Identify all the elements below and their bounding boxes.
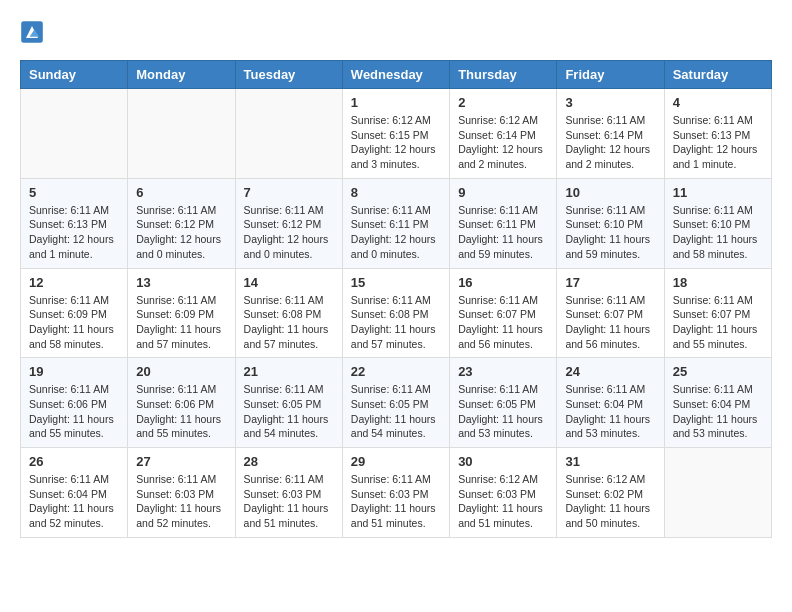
calendar-cell: 6Sunrise: 6:11 AM Sunset: 6:12 PM Daylig… bbox=[128, 178, 235, 268]
weekday-header-wednesday: Wednesday bbox=[342, 61, 449, 89]
day-number: 4 bbox=[673, 95, 763, 110]
day-number: 24 bbox=[565, 364, 655, 379]
day-number: 21 bbox=[244, 364, 334, 379]
weekday-header-thursday: Thursday bbox=[450, 61, 557, 89]
calendar-cell: 2Sunrise: 6:12 AM Sunset: 6:14 PM Daylig… bbox=[450, 89, 557, 179]
calendar-cell: 26Sunrise: 6:11 AM Sunset: 6:04 PM Dayli… bbox=[21, 448, 128, 538]
day-info: Sunrise: 6:12 AM Sunset: 6:02 PM Dayligh… bbox=[565, 472, 655, 531]
day-info: Sunrise: 6:11 AM Sunset: 6:09 PM Dayligh… bbox=[29, 293, 119, 352]
calendar-cell bbox=[21, 89, 128, 179]
calendar-week-row: 1Sunrise: 6:12 AM Sunset: 6:15 PM Daylig… bbox=[21, 89, 772, 179]
day-number: 15 bbox=[351, 275, 441, 290]
day-info: Sunrise: 6:11 AM Sunset: 6:12 PM Dayligh… bbox=[136, 203, 226, 262]
calendar-cell: 7Sunrise: 6:11 AM Sunset: 6:12 PM Daylig… bbox=[235, 178, 342, 268]
day-info: Sunrise: 6:11 AM Sunset: 6:03 PM Dayligh… bbox=[136, 472, 226, 531]
day-number: 16 bbox=[458, 275, 548, 290]
day-info: Sunrise: 6:11 AM Sunset: 6:05 PM Dayligh… bbox=[458, 382, 548, 441]
day-info: Sunrise: 6:11 AM Sunset: 6:14 PM Dayligh… bbox=[565, 113, 655, 172]
calendar-cell: 14Sunrise: 6:11 AM Sunset: 6:08 PM Dayli… bbox=[235, 268, 342, 358]
day-number: 8 bbox=[351, 185, 441, 200]
weekday-header-tuesday: Tuesday bbox=[235, 61, 342, 89]
calendar-cell: 23Sunrise: 6:11 AM Sunset: 6:05 PM Dayli… bbox=[450, 358, 557, 448]
calendar-cell: 30Sunrise: 6:12 AM Sunset: 6:03 PM Dayli… bbox=[450, 448, 557, 538]
day-number: 20 bbox=[136, 364, 226, 379]
day-number: 30 bbox=[458, 454, 548, 469]
calendar-cell: 11Sunrise: 6:11 AM Sunset: 6:10 PM Dayli… bbox=[664, 178, 771, 268]
day-info: Sunrise: 6:11 AM Sunset: 6:09 PM Dayligh… bbox=[136, 293, 226, 352]
calendar-table: SundayMondayTuesdayWednesdayThursdayFrid… bbox=[20, 60, 772, 538]
day-number: 11 bbox=[673, 185, 763, 200]
day-number: 12 bbox=[29, 275, 119, 290]
logo-icon bbox=[20, 20, 44, 44]
day-info: Sunrise: 6:11 AM Sunset: 6:07 PM Dayligh… bbox=[673, 293, 763, 352]
day-info: Sunrise: 6:11 AM Sunset: 6:04 PM Dayligh… bbox=[565, 382, 655, 441]
day-number: 6 bbox=[136, 185, 226, 200]
day-number: 25 bbox=[673, 364, 763, 379]
day-info: Sunrise: 6:11 AM Sunset: 6:08 PM Dayligh… bbox=[244, 293, 334, 352]
weekday-header-monday: Monday bbox=[128, 61, 235, 89]
day-number: 2 bbox=[458, 95, 548, 110]
day-info: Sunrise: 6:11 AM Sunset: 6:07 PM Dayligh… bbox=[565, 293, 655, 352]
day-info: Sunrise: 6:11 AM Sunset: 6:05 PM Dayligh… bbox=[351, 382, 441, 441]
calendar-cell: 3Sunrise: 6:11 AM Sunset: 6:14 PM Daylig… bbox=[557, 89, 664, 179]
day-number: 7 bbox=[244, 185, 334, 200]
day-number: 5 bbox=[29, 185, 119, 200]
day-number: 31 bbox=[565, 454, 655, 469]
day-info: Sunrise: 6:12 AM Sunset: 6:15 PM Dayligh… bbox=[351, 113, 441, 172]
day-number: 9 bbox=[458, 185, 548, 200]
day-number: 17 bbox=[565, 275, 655, 290]
calendar-cell bbox=[128, 89, 235, 179]
logo bbox=[20, 20, 48, 44]
day-number: 18 bbox=[673, 275, 763, 290]
day-number: 1 bbox=[351, 95, 441, 110]
calendar-cell: 17Sunrise: 6:11 AM Sunset: 6:07 PM Dayli… bbox=[557, 268, 664, 358]
calendar-cell: 1Sunrise: 6:12 AM Sunset: 6:15 PM Daylig… bbox=[342, 89, 449, 179]
day-info: Sunrise: 6:11 AM Sunset: 6:04 PM Dayligh… bbox=[673, 382, 763, 441]
calendar-cell: 22Sunrise: 6:11 AM Sunset: 6:05 PM Dayli… bbox=[342, 358, 449, 448]
weekday-header-friday: Friday bbox=[557, 61, 664, 89]
calendar-cell: 20Sunrise: 6:11 AM Sunset: 6:06 PM Dayli… bbox=[128, 358, 235, 448]
day-number: 13 bbox=[136, 275, 226, 290]
day-info: Sunrise: 6:11 AM Sunset: 6:11 PM Dayligh… bbox=[351, 203, 441, 262]
calendar-cell: 10Sunrise: 6:11 AM Sunset: 6:10 PM Dayli… bbox=[557, 178, 664, 268]
day-info: Sunrise: 6:11 AM Sunset: 6:05 PM Dayligh… bbox=[244, 382, 334, 441]
calendar-cell: 16Sunrise: 6:11 AM Sunset: 6:07 PM Dayli… bbox=[450, 268, 557, 358]
calendar-cell: 15Sunrise: 6:11 AM Sunset: 6:08 PM Dayli… bbox=[342, 268, 449, 358]
day-number: 26 bbox=[29, 454, 119, 469]
calendar-cell bbox=[664, 448, 771, 538]
calendar-cell: 18Sunrise: 6:11 AM Sunset: 6:07 PM Dayli… bbox=[664, 268, 771, 358]
page-header bbox=[20, 20, 772, 44]
calendar-week-row: 5Sunrise: 6:11 AM Sunset: 6:13 PM Daylig… bbox=[21, 178, 772, 268]
calendar-cell bbox=[235, 89, 342, 179]
weekday-header-saturday: Saturday bbox=[664, 61, 771, 89]
weekday-header-sunday: Sunday bbox=[21, 61, 128, 89]
day-info: Sunrise: 6:11 AM Sunset: 6:07 PM Dayligh… bbox=[458, 293, 548, 352]
day-number: 27 bbox=[136, 454, 226, 469]
calendar-cell: 27Sunrise: 6:11 AM Sunset: 6:03 PM Dayli… bbox=[128, 448, 235, 538]
calendar-cell: 12Sunrise: 6:11 AM Sunset: 6:09 PM Dayli… bbox=[21, 268, 128, 358]
day-info: Sunrise: 6:11 AM Sunset: 6:10 PM Dayligh… bbox=[673, 203, 763, 262]
day-info: Sunrise: 6:12 AM Sunset: 6:03 PM Dayligh… bbox=[458, 472, 548, 531]
weekday-header-row: SundayMondayTuesdayWednesdayThursdayFrid… bbox=[21, 61, 772, 89]
day-info: Sunrise: 6:12 AM Sunset: 6:14 PM Dayligh… bbox=[458, 113, 548, 172]
calendar-cell: 5Sunrise: 6:11 AM Sunset: 6:13 PM Daylig… bbox=[21, 178, 128, 268]
calendar-week-row: 12Sunrise: 6:11 AM Sunset: 6:09 PM Dayli… bbox=[21, 268, 772, 358]
day-info: Sunrise: 6:11 AM Sunset: 6:13 PM Dayligh… bbox=[673, 113, 763, 172]
day-info: Sunrise: 6:11 AM Sunset: 6:03 PM Dayligh… bbox=[244, 472, 334, 531]
day-number: 29 bbox=[351, 454, 441, 469]
day-info: Sunrise: 6:11 AM Sunset: 6:11 PM Dayligh… bbox=[458, 203, 548, 262]
day-info: Sunrise: 6:11 AM Sunset: 6:13 PM Dayligh… bbox=[29, 203, 119, 262]
day-info: Sunrise: 6:11 AM Sunset: 6:10 PM Dayligh… bbox=[565, 203, 655, 262]
day-number: 10 bbox=[565, 185, 655, 200]
calendar-cell: 8Sunrise: 6:11 AM Sunset: 6:11 PM Daylig… bbox=[342, 178, 449, 268]
calendar-cell: 31Sunrise: 6:12 AM Sunset: 6:02 PM Dayli… bbox=[557, 448, 664, 538]
calendar-cell: 13Sunrise: 6:11 AM Sunset: 6:09 PM Dayli… bbox=[128, 268, 235, 358]
day-number: 22 bbox=[351, 364, 441, 379]
day-number: 28 bbox=[244, 454, 334, 469]
day-number: 19 bbox=[29, 364, 119, 379]
calendar-week-row: 26Sunrise: 6:11 AM Sunset: 6:04 PM Dayli… bbox=[21, 448, 772, 538]
day-info: Sunrise: 6:11 AM Sunset: 6:12 PM Dayligh… bbox=[244, 203, 334, 262]
calendar-cell: 25Sunrise: 6:11 AM Sunset: 6:04 PM Dayli… bbox=[664, 358, 771, 448]
calendar-cell: 4Sunrise: 6:11 AM Sunset: 6:13 PM Daylig… bbox=[664, 89, 771, 179]
day-number: 14 bbox=[244, 275, 334, 290]
